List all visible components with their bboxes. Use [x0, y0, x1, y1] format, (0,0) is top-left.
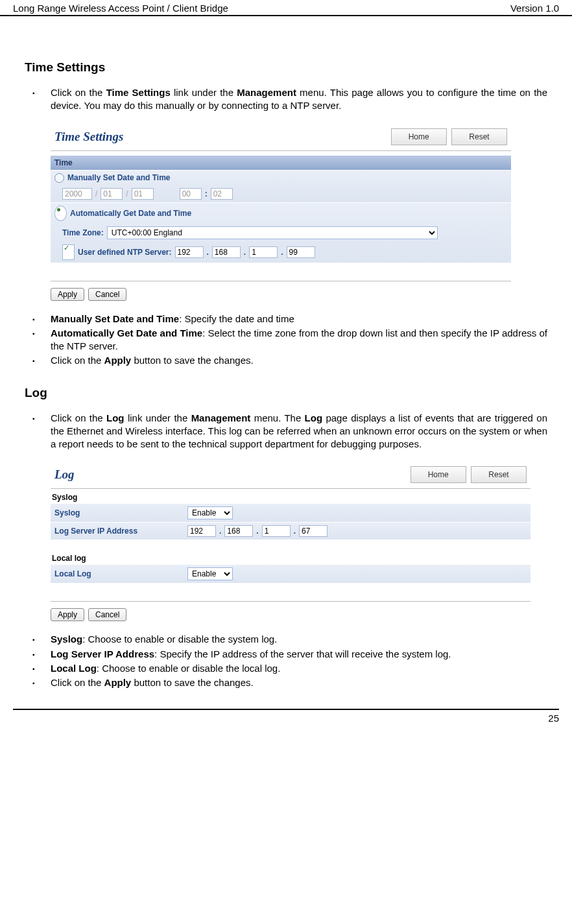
syslog-section-label: Syslog — [51, 489, 530, 503]
time-settings-intro: Click on the Time Settings link under th… — [51, 86, 547, 113]
log-post-list: Syslog: Choose to enable or disable the … — [25, 633, 547, 689]
time-settings-intro-list: Click on the Time Settings link under th… — [25, 86, 547, 113]
text: menu. The — [250, 412, 304, 423]
divider — [51, 150, 511, 151]
reset-button[interactable]: Reset — [471, 466, 527, 483]
list-item: Click on the Apply button to save the ch… — [51, 676, 547, 689]
time-settings-post-list: Manually Set Date and Time: Specify the … — [25, 313, 547, 368]
cancel-button[interactable]: Cancel — [88, 608, 126, 621]
log-panel: Log Home Reset Syslog Syslog Enable Log … — [51, 464, 530, 621]
page-footer: 25 — [13, 709, 559, 730]
syslog-label: Syslog — [54, 508, 184, 517]
locallog-select[interactable]: Enable — [187, 567, 233, 580]
text: button to save the changes. — [131, 677, 253, 688]
manual-row: Manually Set Date and Time / / : — [51, 170, 511, 202]
text: : Choose to enable or disable the system… — [82, 634, 277, 645]
list-item: Syslog: Choose to enable or disable the … — [51, 633, 547, 646]
button-row: Apply Cancel — [51, 602, 530, 621]
bold-text: Syslog — [51, 634, 82, 645]
panel-title: Log — [52, 468, 75, 482]
panel-title: Time Settings — [52, 130, 123, 144]
logserver-row: Log Server IP Address . . . — [51, 522, 530, 539]
home-button[interactable]: Home — [411, 466, 466, 483]
text: link under the — [171, 87, 237, 98]
slash: / — [95, 189, 97, 198]
panel-header: Time Settings Home Reset — [51, 126, 511, 148]
text: : Specify the date and time — [179, 313, 294, 324]
page-number: 25 — [548, 713, 559, 724]
apply-button[interactable]: Apply — [51, 608, 84, 621]
bold-text: Log — [305, 412, 323, 423]
log-ip-c[interactable] — [262, 525, 291, 537]
time-settings-screenshot: Time Settings Home Reset Time Manually S… — [51, 126, 547, 301]
list-item: Click on the Apply button to save the ch… — [51, 354, 547, 367]
manual-inputs: / / : — [51, 185, 511, 202]
panel-nav: Home Reset — [388, 128, 507, 145]
bold-text: Manually Set Date and Time — [51, 313, 179, 324]
locallog-section-label: Local log — [51, 550, 530, 564]
list-item: Automatically Get Date and Time: Select … — [51, 327, 547, 353]
reset-button[interactable]: Reset — [451, 128, 507, 145]
slash: / — [126, 189, 128, 198]
bold-text: Management — [237, 87, 296, 98]
ntp-ip-d[interactable] — [287, 246, 315, 258]
timezone-label: Time Zone: — [62, 228, 104, 237]
ntp-checkbox[interactable] — [62, 244, 75, 260]
header-left: Long Range Wireless Access Point / Clien… — [13, 3, 228, 14]
ntp-label: User defined NTP Server: — [78, 248, 172, 257]
manual-radio[interactable] — [54, 173, 64, 183]
log-ip-d[interactable] — [299, 525, 328, 537]
timezone-select[interactable]: UTC+00:00 England — [107, 226, 438, 239]
bold-text: Apply — [104, 355, 132, 366]
apply-button[interactable]: Apply — [51, 288, 84, 301]
bold-text: Time Settings — [106, 87, 171, 98]
log-screenshot: Log Home Reset Syslog Syslog Enable Log … — [51, 464, 547, 621]
text: : Choose to enable or disable the local … — [97, 663, 281, 674]
day-input[interactable] — [132, 188, 154, 200]
page-body: Time Settings Click on the Time Settings… — [0, 16, 572, 689]
auto-radio[interactable] — [54, 206, 67, 221]
locallog-row: Local Log Enable — [51, 564, 530, 583]
month-input[interactable] — [101, 188, 123, 200]
syslog-row: Syslog Enable — [51, 503, 530, 522]
log-ip-a[interactable] — [187, 525, 216, 537]
list-item: Log Server IP Address: Specify the IP ad… — [51, 648, 547, 661]
text: Click on the — [51, 412, 106, 423]
log-intro: Click on the Log link under the Manageme… — [51, 412, 547, 451]
button-row: Apply Cancel — [51, 281, 511, 301]
log-intro-list: Click on the Log link under the Manageme… — [25, 412, 547, 451]
page-header: Long Range Wireless Access Point / Clien… — [0, 0, 572, 16]
bold-text: Management — [191, 412, 251, 423]
auto-row: Automatically Get Date and Time Time Zon… — [51, 202, 511, 263]
hour-input[interactable] — [180, 188, 202, 200]
list-item: Manually Set Date and Time: Specify the … — [51, 313, 547, 326]
auto-label: Automatically Get Date and Time — [70, 209, 191, 218]
text: Click on the — [51, 87, 106, 98]
colon: : — [205, 189, 208, 198]
manual-label: Manually Set Date and Time — [67, 173, 171, 182]
list-item: Local Log: Choose to enable or disable t… — [51, 662, 547, 675]
logserver-label: Log Server IP Address — [54, 527, 184, 536]
ntp-ip-a[interactable] — [175, 246, 204, 258]
panel-header: Log Home Reset — [51, 464, 530, 486]
locallog-label: Local Log — [54, 569, 184, 578]
cancel-button[interactable]: Cancel — [88, 288, 126, 301]
year-input[interactable] — [62, 188, 92, 200]
panel-nav: Home Reset — [408, 466, 527, 483]
bold-text: Log — [106, 412, 125, 423]
syslog-select[interactable]: Enable — [187, 506, 233, 519]
log-ip-b[interactable] — [224, 525, 253, 537]
ntp-ip-b[interactable] — [212, 246, 241, 258]
text: button to save the changes. — [131, 355, 253, 366]
time-settings-heading: Time Settings — [25, 60, 547, 75]
bold-text: Apply — [104, 677, 132, 688]
ntp-ip-c[interactable] — [249, 246, 278, 258]
text: Click on the — [51, 355, 104, 366]
log-heading: Log — [25, 386, 547, 400]
bold-text: Log Server IP Address — [51, 648, 154, 659]
minute-input[interactable] — [211, 188, 233, 200]
home-button[interactable]: Home — [391, 128, 447, 145]
text: Click on the — [51, 677, 104, 688]
text: link under the — [125, 412, 191, 423]
time-panel: Time Settings Home Reset Time Manually S… — [51, 126, 511, 301]
